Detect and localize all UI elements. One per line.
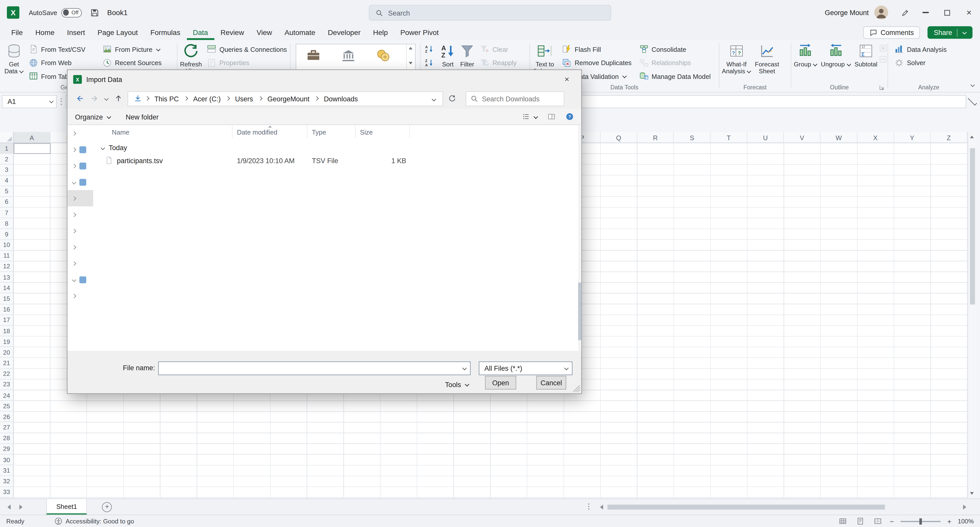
row-header-22[interactable]: 22: [0, 369, 14, 379]
tree-item-2[interactable]: [67, 141, 93, 158]
chevron-right-icon[interactable]: [72, 245, 76, 249]
chevron-right-icon[interactable]: [72, 212, 76, 217]
toggle-switch[interactable]: Off: [61, 8, 82, 18]
open-button[interactable]: Open: [485, 376, 516, 390]
row-header-3[interactable]: 3: [0, 165, 14, 175]
chevron-down-icon[interactable]: [72, 180, 76, 184]
tools-button[interactable]: Tools: [445, 377, 469, 391]
row-header-5[interactable]: 5: [0, 186, 14, 197]
maximize-button[interactable]: [936, 0, 958, 25]
up-button[interactable]: [110, 88, 126, 109]
row-header-18[interactable]: 18: [0, 326, 14, 336]
row-header-4[interactable]: 4: [0, 175, 14, 186]
clear-filter-button[interactable]: Clear: [477, 43, 520, 56]
chevron-right-icon[interactable]: [72, 294, 76, 298]
zoom-level[interactable]: 100%: [955, 518, 980, 525]
row-header-23[interactable]: 23: [0, 379, 14, 390]
row-header-12[interactable]: 12: [0, 261, 14, 272]
tab-splitter-handle[interactable]: [588, 503, 589, 509]
dialog-close-button[interactable]: ×: [552, 70, 581, 88]
comments-button[interactable]: Comments: [863, 26, 920, 39]
row-header-20[interactable]: 20: [0, 347, 14, 358]
file-row-participants.tsv[interactable]: participants.tsv1/9/2023 10:10 AMTSV Fil…: [93, 154, 581, 167]
reapply-filter-button[interactable]: Reapply: [477, 56, 520, 70]
row-header-7[interactable]: 7: [0, 208, 14, 218]
remove-duplicates-button[interactable]: Remove Duplicates: [559, 56, 635, 70]
menu-tab-home[interactable]: Home: [29, 25, 61, 40]
list-column-header-date-modified[interactable]: Date modified: [232, 125, 307, 138]
file-type-select[interactable]: All Files (*.*): [479, 361, 573, 375]
chevron-down-icon[interactable]: [72, 277, 76, 282]
horizontal-scrollbar[interactable]: [599, 499, 969, 515]
breadcrumb-item-users[interactable]: Users: [231, 95, 258, 102]
normal-view-button[interactable]: [834, 517, 851, 525]
row-header-33[interactable]: 33: [0, 487, 14, 498]
row-header-17[interactable]: 17: [0, 315, 14, 326]
column-header-R[interactable]: R: [637, 132, 674, 143]
row-header-26[interactable]: 26: [0, 412, 14, 422]
address-dropdown-icon[interactable]: [427, 95, 439, 102]
dialog-search-input[interactable]: Search Downloads: [466, 91, 564, 106]
scroll-up-icon[interactable]: [409, 47, 413, 49]
previous-sheet-icon[interactable]: [7, 504, 11, 509]
formula-bar-expand-icon[interactable]: [968, 97, 977, 105]
autosave-toggle[interactable]: AutoSave Off: [29, 8, 82, 18]
column-header-Y[interactable]: Y: [894, 132, 931, 143]
forward-button[interactable]: [87, 88, 102, 109]
zoom-slider-thumb[interactable]: [919, 518, 921, 524]
scroll-down-icon[interactable]: [409, 62, 413, 64]
row-header-32[interactable]: 32: [0, 476, 14, 487]
save-icon[interactable]: [90, 8, 99, 18]
from-web-button[interactable]: From Web: [25, 56, 98, 70]
file-group-header[interactable]: Today: [93, 138, 581, 154]
column-header-S[interactable]: S: [674, 132, 711, 143]
consolidate-button[interactable]: Consolidate: [636, 43, 714, 56]
breadcrumb-item-downloads[interactable]: Downloads: [320, 95, 363, 102]
row-header-8[interactable]: 8: [0, 218, 14, 229]
menu-tab-file[interactable]: File: [5, 25, 29, 40]
horizontal-scrollbar-thumb[interactable]: [608, 505, 885, 509]
dialog-titlebar[interactable]: X Import Data ×: [67, 70, 581, 88]
from-picture-button[interactable]: From Picture: [99, 43, 165, 56]
collapse-ribbon-icon[interactable]: [970, 82, 974, 86]
row-header-2[interactable]: 2: [0, 154, 14, 165]
menu-tab-automate[interactable]: Automate: [278, 25, 321, 40]
tree-item-10[interactable]: [67, 271, 93, 288]
page-break-view-button[interactable]: [869, 517, 886, 525]
search-input[interactable]: Search: [369, 5, 611, 21]
row-header-9[interactable]: 9: [0, 229, 14, 240]
editing-mode-button[interactable]: [896, 0, 914, 25]
accessibility-status[interactable]: Accessibility: Good to go: [54, 517, 134, 525]
active-cell-a1[interactable]: [14, 143, 51, 154]
data-analysis-button[interactable]: Data Analysis: [891, 43, 950, 56]
row-header-1[interactable]: 1: [0, 143, 14, 154]
row-header-30[interactable]: 30: [0, 454, 14, 465]
queries-connections-button[interactable]: Queries & Connections: [204, 43, 290, 56]
scroll-down-icon[interactable]: [970, 492, 974, 495]
column-header-A[interactable]: A: [14, 132, 51, 143]
organize-button[interactable]: Organize: [75, 113, 111, 120]
resize-grip[interactable]: [573, 385, 580, 392]
what-if-analysis-button[interactable]: ?? What-If Analysis: [720, 42, 753, 74]
tree-item-4[interactable]: [67, 174, 93, 190]
next-sheet-icon[interactable]: [19, 504, 22, 509]
menu-tab-formulas[interactable]: Formulas: [144, 25, 186, 40]
scroll-left-icon[interactable]: [600, 505, 603, 509]
avatar[interactable]: [874, 6, 888, 19]
vertical-scrollbar[interactable]: [967, 132, 976, 498]
zoom-slider[interactable]: [900, 521, 941, 522]
from-text-csv-button[interactable]: From Text/CSV: [25, 43, 98, 56]
chevron-right-icon[interactable]: [72, 131, 76, 135]
select-all-corner[interactable]: [0, 132, 14, 143]
row-header-14[interactable]: 14: [0, 283, 14, 294]
row-header-25[interactable]: 25: [0, 401, 14, 412]
address-bar[interactable]: This PCAcer (C:)UsersGeorgeMountDownload…: [127, 91, 443, 106]
chevron-right-icon[interactable]: [72, 147, 76, 152]
row-header-24[interactable]: 24: [0, 390, 14, 401]
menu-tab-developer[interactable]: Developer: [321, 25, 367, 40]
row-header-31[interactable]: 31: [0, 465, 14, 476]
menu-tab-review[interactable]: Review: [215, 25, 250, 40]
tree-item-9[interactable]: [67, 255, 93, 271]
preview-pane-button[interactable]: [547, 113, 555, 121]
chevron-right-icon[interactable]: [72, 163, 76, 168]
